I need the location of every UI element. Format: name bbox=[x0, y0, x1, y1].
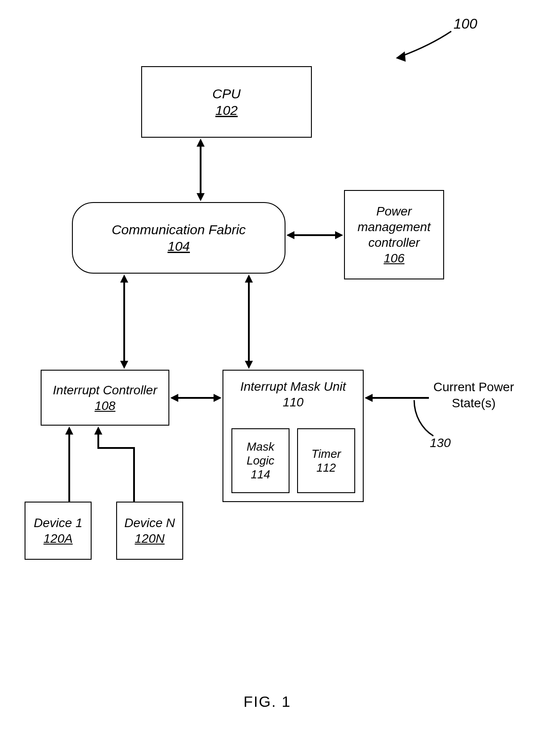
label-cps-line-1: Current Power bbox=[433, 379, 514, 395]
connector-dev1-ic bbox=[68, 434, 70, 502]
block-timer: Timer 112 bbox=[297, 428, 355, 493]
connector-cpu-fabric bbox=[200, 146, 201, 194]
block-device-1: Device 1 120A bbox=[25, 502, 92, 560]
figure-caption: FIG. 1 bbox=[243, 693, 291, 710]
arrowhead-down-icon bbox=[120, 361, 128, 369]
block-ic-ref: 108 bbox=[95, 398, 116, 414]
block-pmc-label-1: Power bbox=[376, 203, 411, 219]
block-mask-logic-ref: 114 bbox=[251, 468, 270, 481]
connector-devn-vert bbox=[133, 447, 135, 502]
connector-fabric-ic bbox=[123, 282, 125, 362]
block-cpu: CPU 102 bbox=[141, 66, 312, 138]
label-cps-line-2: State(s) bbox=[433, 395, 514, 411]
block-device-n: Device N 120N bbox=[116, 502, 183, 560]
arrowhead-right-icon bbox=[335, 231, 343, 239]
arrowhead-up-icon bbox=[94, 427, 102, 435]
block-pmc-label-3: controller bbox=[368, 235, 420, 250]
block-fabric-label: Communication Fabric bbox=[112, 221, 246, 238]
leader-130-icon bbox=[409, 400, 445, 440]
block-pmc-label-2: management bbox=[357, 219, 430, 235]
block-device-1-label: Device 1 bbox=[34, 515, 83, 531]
connector-fabric-pmc bbox=[294, 234, 336, 236]
connector-devn-horiz bbox=[97, 447, 135, 449]
block-fabric-ref: 104 bbox=[168, 238, 190, 255]
arrowhead-up-icon bbox=[120, 275, 128, 283]
block-device-n-label: Device N bbox=[124, 515, 175, 531]
label-current-power-states: Current Power State(s) bbox=[433, 379, 514, 412]
arrowhead-left-icon bbox=[170, 394, 178, 402]
connector-fabric-imu bbox=[248, 282, 250, 362]
arrowhead-right-icon bbox=[214, 394, 222, 402]
arrowhead-down-icon bbox=[197, 193, 205, 201]
arrowhead-down-icon bbox=[245, 361, 253, 369]
block-device-n-ref: 120N bbox=[135, 531, 165, 546]
block-power-management-controller: Power management controller 106 bbox=[344, 190, 444, 279]
arrowhead-up-icon bbox=[245, 275, 253, 283]
figure-ref-arrow-icon bbox=[393, 27, 456, 63]
block-ic-label: Interrupt Controller bbox=[53, 382, 157, 398]
figure-ref-number: 100 bbox=[453, 16, 477, 32]
connector-ic-imu bbox=[177, 397, 214, 399]
arrowhead-left-icon bbox=[286, 231, 294, 239]
block-interrupt-controller: Interrupt Controller 108 bbox=[41, 370, 169, 426]
block-timer-label: Timer bbox=[311, 447, 341, 461]
block-imu-label: Interrupt Mask Unit bbox=[240, 379, 346, 394]
block-mask-logic-label-2: Logic bbox=[247, 454, 274, 468]
block-timer-ref: 112 bbox=[316, 461, 336, 475]
connector-devn-vert2 bbox=[97, 434, 99, 449]
arrowhead-up-icon bbox=[65, 427, 73, 435]
arrowhead-up-icon bbox=[197, 139, 205, 147]
arrowhead-left-icon bbox=[365, 394, 373, 402]
block-communication-fabric: Communication Fabric 104 bbox=[72, 202, 285, 274]
block-pmc-ref: 106 bbox=[384, 250, 405, 266]
connector-cps-imu bbox=[372, 397, 429, 399]
block-cpu-label: CPU bbox=[212, 85, 240, 102]
block-imu-ref: 110 bbox=[283, 394, 304, 410]
block-device-1-ref: 120A bbox=[43, 531, 72, 546]
svg-marker-0 bbox=[396, 51, 406, 62]
block-mask-logic: Mask Logic 114 bbox=[231, 428, 290, 493]
block-mask-logic-label-1: Mask bbox=[247, 440, 274, 454]
block-cpu-ref: 102 bbox=[215, 102, 238, 119]
